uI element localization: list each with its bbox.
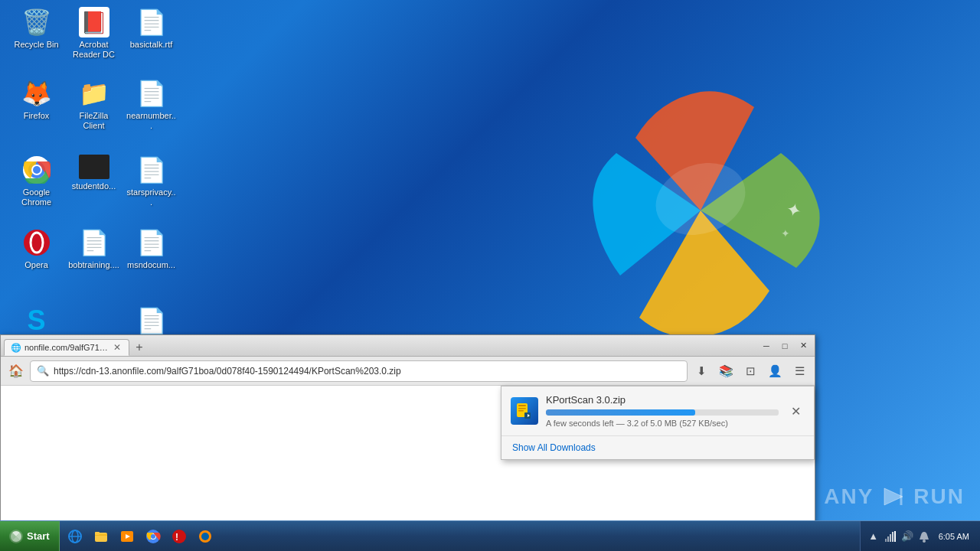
recycle-bin-icon: 🗑️	[21, 7, 52, 37]
firefox-label: Firefox	[24, 111, 50, 121]
filezilla-label: FileZilla Client	[68, 111, 119, 131]
acrobat-icon: 📕	[79, 7, 109, 37]
svg-rect-32	[885, 539, 887, 542]
recycle-bin-label: Recycle Bin	[14, 40, 58, 50]
desktop-icon-basictalk[interactable]: 📄 basictalk.rtf	[122, 4, 180, 53]
desktop-icon-nearnumber[interactable]: 📄 nearnumber...	[122, 75, 180, 134]
minimize-button[interactable]: ─	[758, 338, 775, 354]
taskbar-chrome-button[interactable]	[141, 524, 165, 549]
svg-rect-35	[892, 532, 893, 542]
svg-point-28	[172, 530, 186, 543]
url-bar[interactable]: 🔍 https://cdn-13.anonfile.com/9alfG71boa…	[30, 360, 688, 382]
system-clock: 6:05 AM	[934, 532, 974, 541]
chrome-label: Google Chrome	[11, 187, 62, 207]
desktop-icon-extra[interactable]: 📄	[122, 302, 180, 339]
svg-point-6	[33, 166, 41, 174]
desktop-icon-acrobat[interactable]: 📕 Acrobat Reader DC	[65, 4, 122, 63]
desktop: ✦ ✦ 🗑️ Recycle Bin 📕 Acrobat Reader DC 📄…	[0, 0, 980, 551]
svg-point-37	[923, 540, 926, 543]
desktop-icon-recycle-bin[interactable]: 🗑️ Recycle Bin	[8, 4, 65, 53]
svg-rect-22	[95, 532, 100, 535]
svg-rect-33	[887, 536, 889, 542]
tab-favicon: 🌐	[11, 343, 21, 353]
download-info: KPortScan 3.0.zip A few seconds left — 3…	[546, 394, 779, 428]
close-button[interactable]: ✕	[795, 338, 812, 354]
msndocum-icon: 📄	[136, 227, 167, 258]
opera-label: Opera	[24, 260, 48, 270]
desktop-icon-skype[interactable]: S	[8, 302, 65, 339]
taskbar-antivirus-button[interactable]: !	[167, 524, 191, 549]
tab-close-button[interactable]: ✕	[112, 342, 122, 353]
basictalk-label: basictalk.rtf	[130, 40, 173, 50]
window-controls: ─ □ ✕	[758, 338, 812, 354]
maximize-button[interactable]: □	[776, 338, 793, 354]
taskbar-ie-button[interactable]	[63, 524, 87, 549]
desktop-icon-studentdo[interactable]: studentdo...	[65, 152, 122, 194]
browser-titlebar: 🌐 nonfile.com/9alfG71boa/0d07 ✕ + ─ □ ✕	[1, 335, 815, 357]
sidebar-button[interactable]: ⊡	[740, 360, 761, 382]
svg-point-27	[151, 534, 155, 539]
svg-text:!: !	[175, 532, 178, 543]
svg-point-31	[201, 533, 209, 540]
tray-volume-icon[interactable]: 🔊	[900, 530, 914, 543]
chrome-icon	[21, 155, 52, 185]
download-status: A few seconds left — 3.2 of 5.0 MB (527 …	[546, 419, 779, 428]
taskbar-media-button[interactable]	[115, 524, 139, 549]
tray-expand-button[interactable]: ▲	[867, 530, 880, 543]
nearnumber-icon: 📄	[136, 78, 167, 109]
desktop-icon-starsprivacy[interactable]: 📄 starsprivacy...	[122, 152, 180, 210]
anyrun-text2: RUN	[913, 484, 965, 509]
desktop-icon-bobtraining[interactable]: 📄 bobtraining....	[65, 224, 122, 273]
bobtraining-icon: 📄	[79, 227, 109, 258]
desktop-icon-filezilla[interactable]: 📁 FileZilla Client	[65, 75, 122, 134]
svg-rect-34	[890, 534, 891, 542]
download-filename: KPortScan 3.0.zip	[546, 394, 779, 406]
windows-logo: ✦ ✦	[559, 77, 842, 344]
anyrun-text: ANY	[824, 484, 874, 509]
basictalk-icon: 📄	[136, 7, 167, 37]
start-button[interactable]: Start	[0, 521, 60, 552]
browser-tab-active[interactable]: 🌐 nonfile.com/9alfG71boa/0d07 ✕	[4, 339, 129, 356]
starsprivacy-icon: 📄	[136, 155, 167, 185]
msndocum-label: msndocum...	[127, 260, 175, 270]
taskbar-explorer-button[interactable]	[89, 524, 113, 549]
desktop-icon-chrome[interactable]: Google Chrome	[8, 152, 65, 210]
tab-strip: 🌐 nonfile.com/9alfG71boa/0d07 ✕ +	[4, 335, 758, 356]
download-item-close-button[interactable]: ✕	[786, 402, 805, 420]
tray-network-icon	[884, 530, 897, 543]
starsprivacy-label: starsprivacy...	[126, 187, 177, 207]
taskbar-items: !	[60, 521, 860, 551]
bookmarks-button[interactable]: 📚	[715, 360, 737, 382]
opera-icon	[21, 227, 52, 258]
bobtraining-label: bobtraining....	[68, 260, 119, 270]
desktop-icon-opera[interactable]: Opera	[8, 224, 65, 273]
skype-icon: S	[21, 305, 52, 336]
svg-rect-11	[518, 408, 526, 409]
download-item: KPortScan 3.0.zip A few seconds left — 3…	[501, 386, 814, 436]
browser-window: 🌐 nonfile.com/9alfG71boa/0d07 ✕ + ─ □ ✕ …	[0, 334, 815, 551]
studentdo-label: studentdo...	[72, 181, 116, 191]
search-icon: 🔍	[37, 365, 49, 377]
download-progress-fill	[546, 409, 695, 416]
home-button[interactable]: 🏠	[5, 360, 27, 382]
firefox-icon: 🦊	[21, 78, 52, 109]
desktop-icon-firefox[interactable]: 🦊 Firefox	[8, 75, 65, 124]
menu-button[interactable]: ☰	[789, 360, 810, 382]
taskbar: Start	[0, 520, 980, 551]
start-label: Start	[27, 530, 50, 542]
tray-notification-icon	[917, 530, 931, 543]
taskbar-firefox-button[interactable]	[193, 524, 217, 549]
filezilla-icon: 📁	[79, 78, 109, 109]
download-popup: KPortScan 3.0.zip A few seconds left — 3…	[501, 386, 815, 460]
svg-text:✦: ✦	[781, 227, 790, 240]
new-tab-button[interactable]: +	[131, 339, 148, 356]
desktop-icon-msndocum[interactable]: 📄 msndocum...	[122, 224, 180, 273]
download-file-icon	[511, 397, 538, 425]
windows-orb-icon	[9, 530, 23, 543]
show-all-downloads-button[interactable]: Show All Downloads	[501, 436, 814, 459]
svg-marker-15	[884, 488, 903, 505]
anyrun-logo-icon	[880, 485, 907, 508]
download-button[interactable]: ⬇	[691, 360, 712, 382]
account-button[interactable]: 👤	[764, 360, 786, 382]
svg-rect-10	[518, 405, 526, 406]
